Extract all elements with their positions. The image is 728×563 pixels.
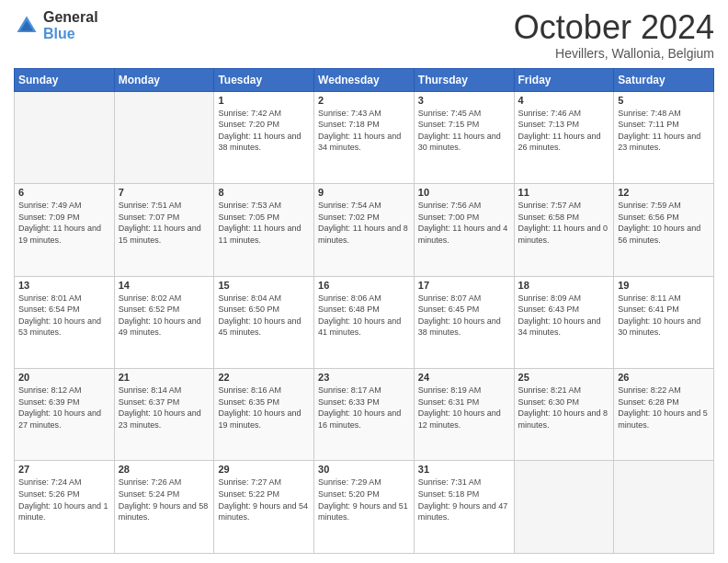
day-number: 31 <box>418 464 510 475</box>
table-row: 8Sunrise: 7:53 AM Sunset: 7:05 PM Daylig… <box>214 184 314 276</box>
col-sunday: Sunday <box>15 68 115 91</box>
table-row: 1Sunrise: 7:42 AM Sunset: 7:20 PM Daylig… <box>214 91 314 183</box>
table-row: 21Sunrise: 8:14 AM Sunset: 6:37 PM Dayli… <box>114 369 214 461</box>
table-row: 26Sunrise: 8:22 AM Sunset: 6:28 PM Dayli… <box>614 369 714 461</box>
day-info: Sunrise: 7:26 AM Sunset: 5:24 PM Dayligh… <box>119 477 210 523</box>
day-number: 21 <box>119 372 210 383</box>
table-row: 4Sunrise: 7:46 AM Sunset: 7:13 PM Daylig… <box>514 91 614 183</box>
day-info: Sunrise: 7:42 AM Sunset: 7:20 PM Dayligh… <box>218 108 310 154</box>
logo: General Blue <box>14 9 98 42</box>
table-row: 30Sunrise: 7:29 AM Sunset: 5:20 PM Dayli… <box>314 461 415 554</box>
day-info: Sunrise: 7:48 AM Sunset: 7:11 PM Dayligh… <box>618 108 710 154</box>
table-row: 31Sunrise: 7:31 AM Sunset: 5:18 PM Dayli… <box>414 461 514 554</box>
day-number: 6 <box>18 187 110 198</box>
day-number: 3 <box>418 95 510 106</box>
day-number: 27 <box>18 464 110 475</box>
table-row: 5Sunrise: 7:48 AM Sunset: 7:11 PM Daylig… <box>614 91 714 183</box>
table-row: 22Sunrise: 8:16 AM Sunset: 6:35 PM Dayli… <box>214 369 314 461</box>
calendar-table: Sunday Monday Tuesday Wednesday Thursday… <box>14 68 714 554</box>
day-info: Sunrise: 7:29 AM Sunset: 5:20 PM Dayligh… <box>318 477 410 523</box>
calendar-week-row: 27Sunrise: 7:24 AM Sunset: 5:26 PM Dayli… <box>15 461 714 554</box>
page: General Blue October 2024 Hevillers, Wal… <box>0 0 728 563</box>
day-info: Sunrise: 7:59 AM Sunset: 6:56 PM Dayligh… <box>618 200 710 246</box>
table-row: 24Sunrise: 8:19 AM Sunset: 6:31 PM Dayli… <box>414 369 514 461</box>
day-info: Sunrise: 8:06 AM Sunset: 6:48 PM Dayligh… <box>318 293 410 339</box>
day-info: Sunrise: 7:56 AM Sunset: 7:00 PM Dayligh… <box>418 200 510 246</box>
day-number: 19 <box>618 280 710 291</box>
day-info: Sunrise: 8:21 AM Sunset: 6:30 PM Dayligh… <box>518 385 610 431</box>
day-info: Sunrise: 7:49 AM Sunset: 7:09 PM Dayligh… <box>18 200 110 246</box>
day-info: Sunrise: 8:14 AM Sunset: 6:37 PM Dayligh… <box>119 385 210 431</box>
day-info: Sunrise: 8:04 AM Sunset: 6:50 PM Dayligh… <box>218 293 310 339</box>
day-info: Sunrise: 8:02 AM Sunset: 6:52 PM Dayligh… <box>119 293 210 339</box>
day-info: Sunrise: 8:12 AM Sunset: 6:39 PM Dayligh… <box>18 385 110 431</box>
day-info: Sunrise: 7:46 AM Sunset: 7:13 PM Dayligh… <box>518 108 610 154</box>
day-number: 23 <box>318 372 410 383</box>
day-number: 12 <box>618 187 710 198</box>
day-info: Sunrise: 7:54 AM Sunset: 7:02 PM Dayligh… <box>318 200 410 246</box>
table-row <box>15 91 115 183</box>
table-row: 25Sunrise: 8:21 AM Sunset: 6:30 PM Dayli… <box>514 369 614 461</box>
day-number: 22 <box>218 372 310 383</box>
calendar-week-row: 1Sunrise: 7:42 AM Sunset: 7:20 PM Daylig… <box>15 91 714 183</box>
day-number: 4 <box>518 95 610 106</box>
day-number: 9 <box>318 187 410 198</box>
table-row: 14Sunrise: 8:02 AM Sunset: 6:52 PM Dayli… <box>114 276 214 368</box>
table-row: 23Sunrise: 8:17 AM Sunset: 6:33 PM Dayli… <box>314 369 415 461</box>
table-row: 10Sunrise: 7:56 AM Sunset: 7:00 PM Dayli… <box>414 184 514 276</box>
day-number: 14 <box>119 280 210 291</box>
table-row: 13Sunrise: 8:01 AM Sunset: 6:54 PM Dayli… <box>15 276 115 368</box>
table-row: 28Sunrise: 7:26 AM Sunset: 5:24 PM Dayli… <box>114 461 214 554</box>
table-row: 16Sunrise: 8:06 AM Sunset: 6:48 PM Dayli… <box>314 276 415 368</box>
day-info: Sunrise: 7:53 AM Sunset: 7:05 PM Dayligh… <box>218 200 310 246</box>
day-number: 16 <box>318 280 410 291</box>
day-number: 7 <box>119 187 210 198</box>
day-number: 18 <box>518 280 610 291</box>
table-row: 2Sunrise: 7:43 AM Sunset: 7:18 PM Daylig… <box>314 91 415 183</box>
day-info: Sunrise: 8:19 AM Sunset: 6:31 PM Dayligh… <box>418 385 510 431</box>
day-info: Sunrise: 8:16 AM Sunset: 6:35 PM Dayligh… <box>218 385 310 431</box>
header: General Blue October 2024 Hevillers, Wal… <box>14 9 714 61</box>
table-row: 9Sunrise: 7:54 AM Sunset: 7:02 PM Daylig… <box>314 184 415 276</box>
day-info: Sunrise: 8:09 AM Sunset: 6:43 PM Dayligh… <box>518 293 610 339</box>
table-row: 20Sunrise: 8:12 AM Sunset: 6:39 PM Dayli… <box>15 369 115 461</box>
day-number: 8 <box>218 187 310 198</box>
day-number: 24 <box>418 372 510 383</box>
col-wednesday: Wednesday <box>314 68 415 91</box>
logo-icon <box>14 13 40 39</box>
day-number: 5 <box>618 95 710 106</box>
table-row: 12Sunrise: 7:59 AM Sunset: 6:56 PM Dayli… <box>614 184 714 276</box>
day-info: Sunrise: 8:01 AM Sunset: 6:54 PM Dayligh… <box>18 293 110 339</box>
day-number: 17 <box>418 280 510 291</box>
day-info: Sunrise: 8:17 AM Sunset: 6:33 PM Dayligh… <box>318 385 410 431</box>
calendar-header-row: Sunday Monday Tuesday Wednesday Thursday… <box>15 68 714 91</box>
day-info: Sunrise: 8:07 AM Sunset: 6:45 PM Dayligh… <box>418 293 510 339</box>
table-row <box>114 91 214 183</box>
day-number: 28 <box>119 464 210 475</box>
day-number: 30 <box>318 464 410 475</box>
day-number: 2 <box>318 95 410 106</box>
col-monday: Monday <box>114 68 214 91</box>
table-row: 7Sunrise: 7:51 AM Sunset: 7:07 PM Daylig… <box>114 184 214 276</box>
day-info: Sunrise: 8:11 AM Sunset: 6:41 PM Dayligh… <box>618 293 710 339</box>
table-row <box>614 461 714 554</box>
calendar-week-row: 13Sunrise: 8:01 AM Sunset: 6:54 PM Dayli… <box>15 276 714 368</box>
table-row <box>514 461 614 554</box>
col-tuesday: Tuesday <box>214 68 314 91</box>
calendar-week-row: 20Sunrise: 8:12 AM Sunset: 6:39 PM Dayli… <box>15 369 714 461</box>
day-number: 29 <box>218 464 310 475</box>
table-row: 29Sunrise: 7:27 AM Sunset: 5:22 PM Dayli… <box>214 461 314 554</box>
table-row: 27Sunrise: 7:24 AM Sunset: 5:26 PM Dayli… <box>15 461 115 554</box>
col-thursday: Thursday <box>414 68 514 91</box>
day-number: 25 <box>518 372 610 383</box>
col-saturday: Saturday <box>614 68 714 91</box>
title-block: October 2024 Hevillers, Wallonia, Belgiu… <box>514 9 714 61</box>
table-row: 11Sunrise: 7:57 AM Sunset: 6:58 PM Dayli… <box>514 184 614 276</box>
day-info: Sunrise: 8:22 AM Sunset: 6:28 PM Dayligh… <box>618 385 710 431</box>
table-row: 15Sunrise: 8:04 AM Sunset: 6:50 PM Dayli… <box>214 276 314 368</box>
main-title: October 2024 <box>514 9 714 46</box>
day-info: Sunrise: 7:24 AM Sunset: 5:26 PM Dayligh… <box>18 477 110 523</box>
day-number: 10 <box>418 187 510 198</box>
day-number: 26 <box>618 372 710 383</box>
table-row: 6Sunrise: 7:49 AM Sunset: 7:09 PM Daylig… <box>15 184 115 276</box>
